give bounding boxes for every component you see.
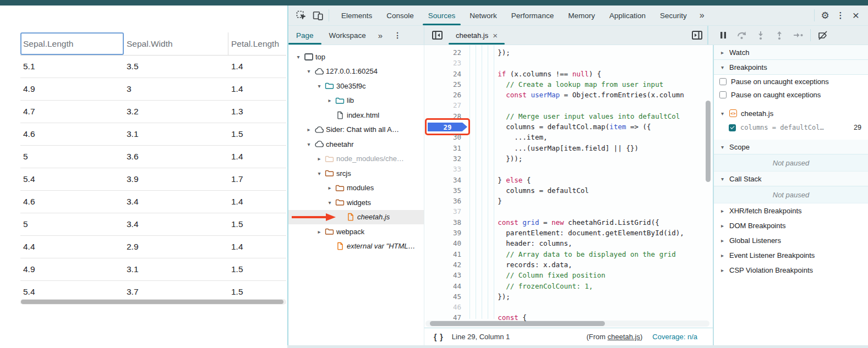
section-header-breakpoints[interactable]: ▾Breakpoints: [714, 60, 868, 75]
line-number[interactable]: 34: [424, 175, 466, 185]
code-line[interactable]: 29 columns = defaultCol.map(item => ({: [424, 121, 713, 132]
settings-gear-icon[interactable]: ⚙: [817, 8, 833, 23]
code-line[interactable]: 38 const grid = new cheetahGrid.ListGrid…: [424, 217, 713, 228]
grid-cell[interactable]: 1.5: [228, 258, 286, 280]
grid-cell[interactable]: 3: [124, 78, 228, 100]
tree-item-modules[interactable]: ▸modules: [288, 181, 424, 196]
chevron-down-icon[interactable]: ▾: [325, 200, 334, 206]
code-line[interactable]: 37: [424, 206, 713, 217]
code-text[interactable]: if (x.columns !== null) {: [466, 69, 601, 79]
inspect-element-icon[interactable]: [293, 8, 309, 23]
tree-item-30e35f9c[interactable]: ▾30e35f9c: [288, 79, 424, 93]
line-number[interactable]: 23: [424, 58, 466, 68]
code-line[interactable]: 42 records: x.data,: [424, 259, 713, 270]
tree-item-index.html[interactable]: index.html: [288, 108, 424, 123]
line-number[interactable]: 39: [424, 228, 466, 238]
section-header-watch[interactable]: ▸Watch: [714, 45, 868, 60]
section-header-global-listeners[interactable]: ▸Global Listeners: [714, 233, 868, 248]
line-number[interactable]: 41: [424, 249, 466, 259]
grid-cell[interactable]: 3.1: [124, 123, 228, 145]
hide-navigator-panel-icon[interactable]: [428, 27, 446, 43]
grid-cell[interactable]: 1.4: [228, 56, 286, 78]
grid-cell[interactable]: 3.9: [124, 168, 228, 190]
code-text[interactable]: [466, 206, 473, 217]
chevron-right-icon[interactable]: ▸: [325, 97, 334, 103]
tab-network[interactable]: Network: [462, 5, 504, 25]
grid-cell[interactable]: 1.4: [228, 191, 286, 213]
grid-header-cell[interactable]: Sepal.Length: [20, 32, 124, 55]
section-header-csp-violation-breakpoints[interactable]: ▸CSP Violation Breakpoints: [714, 263, 868, 278]
chevron-down-icon[interactable]: ▾: [315, 170, 324, 176]
device-toolbar-icon[interactable]: [309, 8, 326, 23]
code-editor[interactable]: 22 });2324 if (x.columns !== null) {25 /…: [424, 45, 713, 328]
line-number[interactable]: 33: [424, 164, 466, 174]
tab-elements[interactable]: Elements: [334, 5, 379, 25]
code-text[interactable]: [466, 58, 473, 68]
grid-cell[interactable]: 1.4: [228, 236, 286, 258]
grid-cell[interactable]: 5: [20, 146, 124, 168]
code-text[interactable]: header: columns,: [466, 238, 572, 248]
code-line[interactable]: 39 parentElement: document.getElementByI…: [424, 228, 713, 238]
grid-cell[interactable]: 3.4: [124, 213, 228, 235]
code-line[interactable]: 33: [424, 164, 713, 174]
code-line[interactable]: 44 // frozenColCount: 1,: [424, 281, 713, 291]
grid-cell[interactable]: 3.2: [124, 101, 228, 123]
line-number[interactable]: 24: [424, 69, 466, 79]
grid-header-cell[interactable]: Sepal.Width: [124, 32, 228, 55]
grid-cell[interactable]: 4.7: [20, 101, 124, 123]
code-text[interactable]: records: x.data,: [466, 259, 572, 270]
coverage-link[interactable]: Coverage: n/a: [652, 333, 697, 341]
grid-cell[interactable]: 4.6: [20, 123, 124, 145]
code-line[interactable]: 46: [424, 302, 713, 312]
tree-item-widgets[interactable]: ▾widgets: [288, 195, 424, 210]
grid-cell[interactable]: 5: [20, 213, 124, 235]
code-line[interactable]: 35 columns = defaultCol: [424, 185, 713, 196]
tab-workspace[interactable]: Workspace: [321, 26, 374, 45]
chevron-right-icon[interactable]: ▸: [325, 185, 334, 191]
tree-item-127.0.0.1-60254[interactable]: ▾127.0.0.1:60254: [288, 64, 424, 79]
code-text[interactable]: parentElement: document.getElementById(i…: [466, 228, 684, 238]
code-line[interactable]: 45 });: [424, 291, 713, 302]
breakpoint-entry[interactable]: columns = defaultCol…29: [714, 120, 868, 135]
grid-cell[interactable]: 5.4: [20, 168, 124, 190]
grid-cell[interactable]: 3.4: [124, 191, 228, 213]
grid-cell[interactable]: 1.4: [228, 78, 286, 100]
tab-page[interactable]: Page: [288, 26, 321, 45]
step-into-icon[interactable]: [751, 27, 770, 43]
tree-item-lib[interactable]: ▸lib: [288, 93, 424, 108]
tree-item-cheetahr[interactable]: ▾cheetahr: [288, 137, 424, 152]
grid-cell[interactable]: 4.9: [20, 78, 124, 100]
source-file-link[interactable]: cheetah.js: [608, 333, 640, 341]
more-navigator-tabs-chevron-icon[interactable]: »: [374, 31, 387, 40]
grid-cell[interactable]: 3.6: [124, 146, 228, 168]
grid-horizontal-scrollbar[interactable]: [20, 299, 286, 305]
line-number[interactable]: 36: [424, 196, 466, 206]
code-line[interactable]: 30 ...item,: [424, 132, 713, 142]
grid-cell[interactable]: 1.5: [228, 213, 286, 235]
tree-item-external-var-html-[interactable]: external var "HTML…: [288, 239, 424, 254]
line-number[interactable]: 26: [424, 90, 466, 100]
line-number[interactable]: 40: [424, 238, 466, 248]
chevron-down-icon[interactable]: ▾: [315, 83, 324, 89]
code-line[interactable]: 26 const userMap = Object.fromEntries(x.…: [424, 90, 713, 100]
grid-cell[interactable]: 1.7: [228, 168, 286, 190]
grid-cell[interactable]: 1.4: [228, 146, 286, 168]
grid-cell[interactable]: 3.1: [124, 258, 228, 280]
code-line[interactable]: 23: [424, 58, 713, 68]
grid-cell[interactable]: 1.3: [228, 101, 286, 123]
code-line[interactable]: 31 ...(userMap[item.field] || {}): [424, 143, 713, 153]
checkbox[interactable]: [719, 91, 727, 98]
grid-cell[interactable]: 4.6: [20, 191, 124, 213]
line-number[interactable]: 30: [424, 132, 466, 142]
step-icon[interactable]: [789, 27, 807, 43]
grid-scrollbar-thumb[interactable]: [21, 300, 283, 304]
code-line[interactable]: 32 }));: [424, 153, 713, 164]
tree-item-sider-chat-with-all-a-[interactable]: ▸Sider: Chat with all A…: [288, 123, 424, 137]
line-number[interactable]: 35: [424, 185, 466, 196]
code-text[interactable]: });: [466, 47, 510, 58]
line-number[interactable]: 44: [424, 281, 466, 291]
grid-cell[interactable]: 5.1: [20, 56, 124, 78]
code-line[interactable]: 24 if (x.columns !== null) {: [424, 69, 713, 79]
section-header-event-listener-breakpoints[interactable]: ▸Event Listener Breakpoints: [714, 248, 868, 263]
chevron-right-icon[interactable]: ▸: [304, 126, 313, 132]
